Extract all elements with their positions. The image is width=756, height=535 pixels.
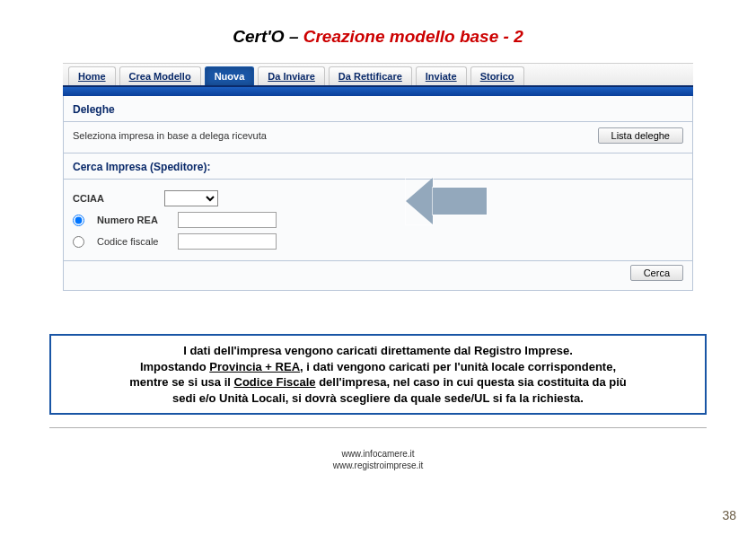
codice-fiscale-label: Codice fiscale [97, 236, 169, 247]
cciaa-label: CCIAA [73, 193, 155, 204]
numero-rea-radio[interactable] [73, 215, 84, 226]
title-part1: Cert'O – [233, 27, 303, 46]
divider [49, 427, 707, 428]
tab-storico[interactable]: Storico [470, 66, 524, 85]
app-shell: HomeCrea ModelloNuovaDa InviareDa Rettif… [63, 63, 693, 291]
callout-arrow-left-icon [406, 178, 487, 224]
deleghe-hint: Seleziona impresa in base a delega ricev… [73, 130, 267, 141]
deleghe-panel: Deleghe Seleziona impresa in base a dele… [63, 96, 693, 153]
cerca-heading: Cerca Impresa (Speditore): [64, 153, 692, 180]
info-line-1: I dati dell'impresa vengono caricati dir… [62, 343, 694, 359]
slide-title: Cert'O – Creazione modello base - 2 [0, 0, 756, 63]
tab-home[interactable]: Home [68, 66, 116, 85]
numero-rea-input[interactable] [178, 212, 277, 228]
tab-bar: HomeCrea ModelloNuovaDa InviareDa Rettif… [63, 63, 693, 87]
codice-fiscale-input[interactable] [178, 233, 277, 250]
tab-inviate[interactable]: Inviate [416, 66, 467, 85]
lista-deleghe-button[interactable]: Lista deleghe [598, 127, 683, 144]
footer-link-2: www.registroimprese.it [0, 460, 756, 471]
tab-nuova[interactable]: Nuova [205, 66, 255, 85]
tab-da-rettificare[interactable]: Da Rettificare [329, 66, 412, 85]
title-part2: Creazione modello base - 2 [303, 27, 523, 46]
info-line-4: sedi e/o Unità Locali, si dovrà sceglier… [62, 390, 694, 407]
page-number: 38 [722, 508, 736, 522]
codice-fiscale-radio[interactable] [73, 236, 84, 248]
cerca-button[interactable]: Cerca [630, 265, 683, 281]
numero-rea-label: Numero REA [97, 215, 169, 225]
footer-links: www.infocamere.it www.registroimprese.it [0, 448, 756, 471]
footer-link-1: www.infocamere.it [0, 448, 756, 460]
deleghe-heading: Deleghe [64, 96, 692, 122]
bluebar [63, 87, 693, 96]
tab-da-inviare[interactable]: Da Inviare [258, 66, 325, 85]
tab-crea-modello[interactable]: Crea Modello [119, 66, 201, 85]
cciaa-select[interactable] [164, 190, 218, 206]
info-box: I dati dell'impresa vengono caricati dir… [49, 334, 707, 415]
info-line-2: Impostando Provincia + REA, i dati vengo… [62, 359, 694, 375]
cerca-impresa-panel: Cerca Impresa (Speditore): CCIAA Numero … [63, 153, 693, 291]
info-line-3: mentre se si usa il Codice Fiscale dell'… [62, 374, 694, 390]
